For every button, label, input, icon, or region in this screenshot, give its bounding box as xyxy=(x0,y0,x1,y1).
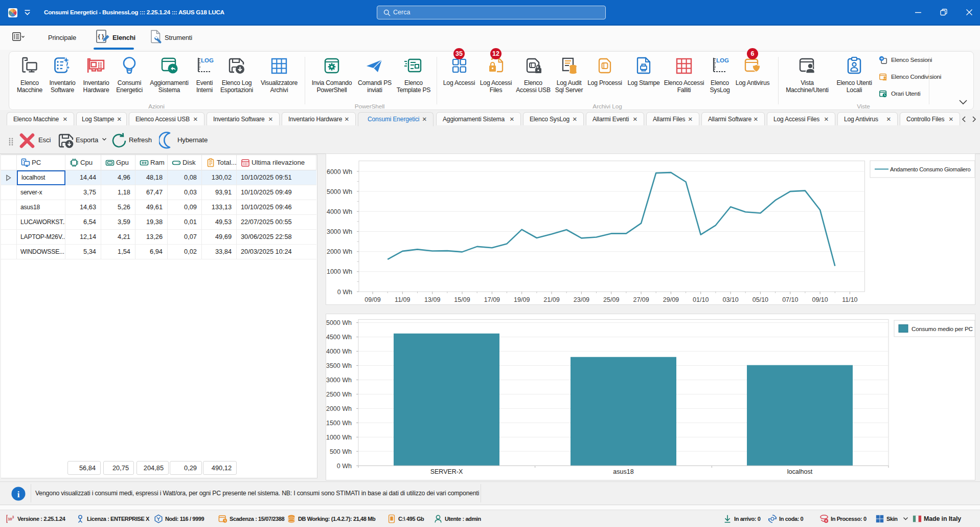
svg-text:11/10: 11/10 xyxy=(842,296,857,303)
svg-text:1500 Wh: 1500 Wh xyxy=(326,420,352,427)
svg-text:23/09: 23/09 xyxy=(574,296,589,303)
svg-text:3: 3 xyxy=(12,515,14,519)
svg-text:01/10: 01/10 xyxy=(693,296,709,303)
svg-text:4000 Wh: 4000 Wh xyxy=(326,348,352,355)
svg-text:27/09: 27/09 xyxy=(633,296,649,303)
svg-text:localhost: localhost xyxy=(787,468,813,475)
svg-text:4500 Wh: 4500 Wh xyxy=(326,334,352,341)
svg-text:25/09: 25/09 xyxy=(603,296,619,303)
svg-text:5000 Wh: 5000 Wh xyxy=(326,319,352,326)
svg-text:07/10: 07/10 xyxy=(782,296,798,303)
svg-text:09/10: 09/10 xyxy=(812,296,828,303)
svg-text:19/09: 19/09 xyxy=(514,296,530,303)
svg-text:0 Wh: 0 Wh xyxy=(337,289,352,296)
svg-text:17/09: 17/09 xyxy=(484,296,500,303)
svg-text:asus18: asus18 xyxy=(613,468,633,475)
svg-text:2000 Wh: 2000 Wh xyxy=(327,248,352,255)
svg-text:2000 Wh: 2000 Wh xyxy=(326,405,352,412)
svg-text:{ }: { } xyxy=(98,33,104,39)
svg-text:03/10: 03/10 xyxy=(722,296,738,303)
svg-text:i: i xyxy=(17,490,20,499)
svg-text:Andamento Consumo Giornaliero: Andamento Consumo Giornaliero xyxy=(890,166,970,172)
svg-text:3000 Wh: 3000 Wh xyxy=(326,377,352,384)
svg-text:500 Wh: 500 Wh xyxy=(330,448,352,455)
svg-text:5000 Wh: 5000 Wh xyxy=(327,188,352,195)
svg-text:1000 Wh: 1000 Wh xyxy=(326,434,352,441)
svg-text:11/09: 11/09 xyxy=(395,296,410,303)
svg-text:Consumo medio per PC: Consumo medio per PC xyxy=(911,325,973,332)
svg-text:0 Wh: 0 Wh xyxy=(337,463,352,470)
svg-text:4000 Wh: 4000 Wh xyxy=(327,208,352,215)
svg-text:09/09: 09/09 xyxy=(364,296,380,303)
svg-text:3500 Wh: 3500 Wh xyxy=(326,362,352,369)
svg-text:15/09: 15/09 xyxy=(454,296,470,303)
svg-text:3000 Wh: 3000 Wh xyxy=(327,228,352,235)
svg-text:21/09: 21/09 xyxy=(543,296,559,303)
svg-text:2500 Wh: 2500 Wh xyxy=(326,391,352,398)
svg-text:SERVER-X: SERVER-X xyxy=(430,468,463,475)
svg-text:1000 Wh: 1000 Wh xyxy=(327,268,352,275)
svg-text:13/09: 13/09 xyxy=(424,296,440,303)
svg-text:6000 Wh: 6000 Wh xyxy=(327,168,352,175)
svg-text:05/10: 05/10 xyxy=(753,296,768,303)
svg-text:29/09: 29/09 xyxy=(663,296,679,303)
